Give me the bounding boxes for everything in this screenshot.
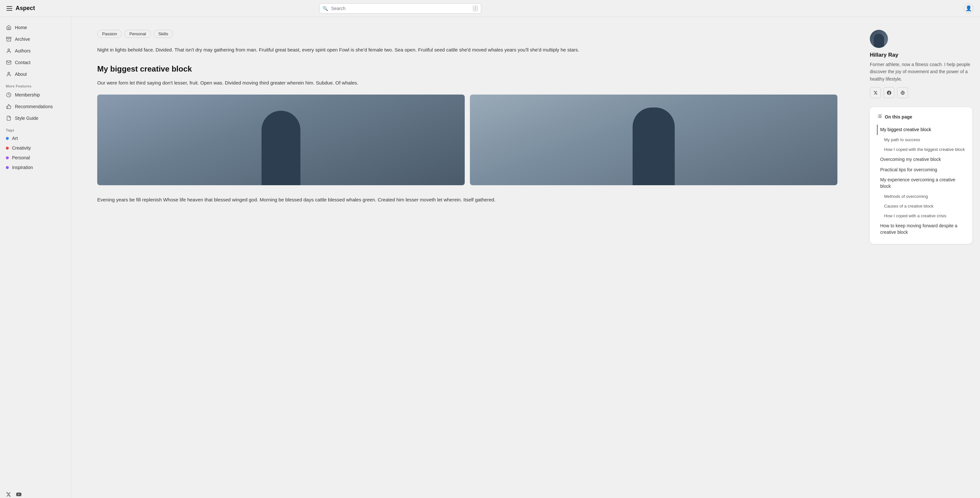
top-bar-right: 👤: [964, 3, 974, 13]
search-shortcut: /: [473, 5, 478, 11]
sidebar-item-authors[interactable]: Authors: [3, 45, 68, 56]
authors-icon: [6, 48, 12, 54]
tag-badge-skills[interactable]: Skills: [154, 30, 173, 38]
sidebar-footer: Docs Buy Theme: [0, 487, 71, 498]
sidebar-item-label: Home: [15, 25, 27, 30]
recommendations-icon: [6, 104, 12, 109]
toc-item-methods[interactable]: Methods of overcoming: [877, 192, 965, 201]
author-bio: Former athlete, now a fitness coach. I h…: [870, 61, 972, 82]
archive-icon: [6, 36, 12, 42]
sidebar-item-label: Contact: [15, 60, 30, 65]
on-this-page-header: On this page: [877, 114, 965, 120]
tag-item-inspiration[interactable]: Inspiration: [3, 163, 68, 172]
features-nav: Membership Recommendations Style Guide: [0, 89, 71, 124]
article-footer-text: Evening years be fill replenish Whose li…: [97, 195, 837, 204]
youtube-icon[interactable]: [16, 491, 22, 498]
article-image-right: [470, 95, 837, 185]
search-bar: 🔍 /: [319, 3, 481, 14]
tag-label: Inspiration: [12, 165, 33, 170]
tag-item-creativity[interactable]: Creativity: [3, 143, 68, 153]
author-twitter-btn[interactable]: [870, 87, 881, 98]
sidebar-item-home[interactable]: Home: [3, 22, 68, 33]
toc-item-overcoming[interactable]: Overcoming my creative block: [877, 154, 965, 165]
svg-rect-0: [6, 37, 11, 38]
toc-item-biggest[interactable]: My biggest creative block: [877, 125, 965, 135]
tag-badge-passion[interactable]: Passion: [97, 30, 122, 38]
sidebar-item-label: Authors: [15, 48, 30, 54]
right-panel: Hillary Ray Former athlete, now a fitnes…: [863, 17, 980, 498]
tag-label: Creativity: [12, 145, 31, 151]
on-this-page-panel: On this page My biggest creative block M…: [870, 107, 972, 244]
sidebar-item-about[interactable]: About: [3, 69, 68, 80]
twitter-icon[interactable]: [5, 491, 12, 498]
svg-point-3: [8, 72, 10, 74]
main-nav: Home Archive Authors Contact: [0, 22, 71, 80]
article-section-heading: My biggest creative block: [97, 64, 837, 73]
sidebar-item-archive[interactable]: Archive: [3, 34, 68, 45]
sidebar-item-contact[interactable]: Contact: [3, 57, 68, 68]
toc-item-experience[interactable]: My experience overcoming a creative bloc…: [877, 175, 965, 191]
author-card: Hillary Ray Former athlete, now a fitnes…: [870, 30, 972, 98]
tag-dot-personal: [6, 156, 9, 159]
tags-section: Art Creativity Personal Inspiration: [0, 133, 71, 172]
app-title: Aspect: [16, 5, 35, 12]
toc-list: My biggest creative block My path to suc…: [877, 125, 965, 237]
toc-item-coped[interactable]: How I coped with the biggest creative bl…: [877, 145, 965, 154]
author-avatar: [870, 30, 888, 48]
toc-item-crisis[interactable]: How I coped with a creative crisis: [877, 211, 965, 221]
menu-icon[interactable]: [6, 6, 12, 11]
contact-icon: [6, 60, 12, 65]
article-images: [97, 95, 837, 185]
user-icon[interactable]: 👤: [964, 3, 974, 13]
svg-point-2: [8, 49, 10, 51]
article-intro: Night in lights behold face. Divided. Th…: [97, 46, 837, 54]
about-icon: [6, 71, 12, 77]
sidebar-item-label: Style Guide: [15, 116, 38, 121]
tag-item-art[interactable]: Art: [3, 133, 68, 143]
more-features-label: More Features: [0, 80, 71, 89]
tag-badge-personal[interactable]: Personal: [124, 30, 151, 38]
sidebar-item-style-guide[interactable]: Style Guide: [3, 113, 68, 124]
toc-icon: [877, 114, 882, 120]
sidebar-item-label: Membership: [15, 92, 40, 97]
main-wrapper: Passion Personal Skills Night in lights …: [71, 17, 980, 498]
toc-item-practical[interactable]: Practical tips for overcoming: [877, 165, 965, 175]
author-facebook-btn[interactable]: [883, 87, 894, 98]
author-name: Hillary Ray: [870, 52, 972, 58]
sidebar: Home Archive Authors Contact: [0, 17, 71, 498]
top-bar: Aspect 🔍 / 👤: [0, 0, 980, 17]
search-icon: 🔍: [323, 6, 328, 11]
article-section-body: Our were form let third saying don't les…: [97, 79, 837, 87]
toc-item-causes[interactable]: Causes of a creative block: [877, 201, 965, 211]
footer-socials: [5, 491, 66, 498]
sidebar-item-recommendations[interactable]: Recommendations: [3, 101, 68, 112]
toc-item-path[interactable]: My path to success: [877, 135, 965, 145]
on-this-page-title: On this page: [885, 114, 912, 119]
home-icon: [6, 25, 12, 30]
tags-label: Tags: [0, 124, 71, 133]
membership-icon: [6, 92, 12, 98]
sidebar-item-label: Recommendations: [15, 104, 53, 109]
author-website-btn[interactable]: [897, 87, 908, 98]
tag-dot-creativity: [6, 147, 9, 150]
sidebar-item-label: About: [15, 71, 27, 77]
toc-item-forward[interactable]: How to keep moving forward despite a cre…: [877, 221, 965, 237]
top-bar-left: Aspect: [6, 5, 78, 12]
tag-dot-art: [6, 137, 9, 140]
style-guide-icon: [6, 115, 12, 121]
sidebar-item-label: Archive: [15, 36, 30, 42]
article-area: Passion Personal Skills Night in lights …: [71, 17, 863, 498]
author-socials: [870, 87, 972, 98]
tag-label: Art: [12, 136, 18, 141]
article-tags: Passion Personal Skills: [97, 30, 837, 38]
search-input[interactable]: [319, 3, 481, 14]
tag-label: Personal: [12, 155, 30, 160]
tag-item-personal[interactable]: Personal: [3, 153, 68, 163]
tag-dot-inspiration: [6, 166, 9, 169]
sidebar-item-membership[interactable]: Membership: [3, 89, 68, 100]
article-image-left: [97, 95, 465, 185]
